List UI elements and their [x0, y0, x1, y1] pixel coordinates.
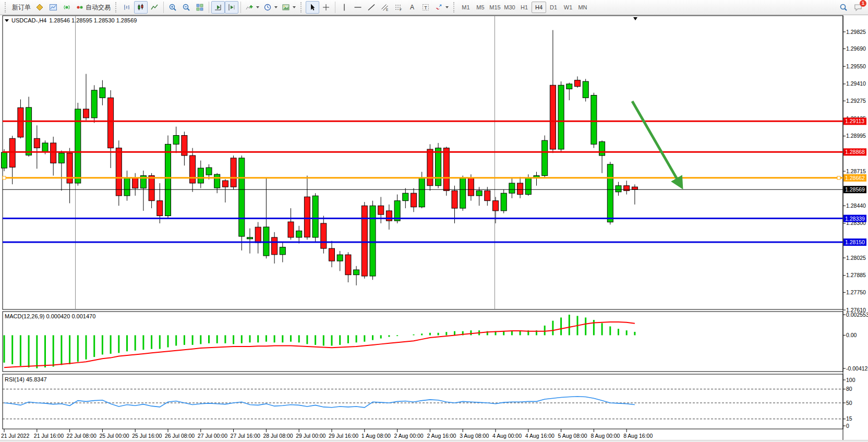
timeframe-button-d1[interactable]: D1 [546, 2, 561, 13]
timeframe-button-m30[interactable]: M30 [502, 2, 517, 13]
main-chart-pane[interactable] [3, 16, 843, 309]
dropdown-caret-icon[interactable] [256, 6, 259, 8]
line-handle[interactable] [3, 176, 6, 180]
text-button[interactable]: A [405, 1, 419, 14]
toolbar-grip [300, 2, 303, 13]
svg-text:1.29410: 1.29410 [846, 80, 866, 87]
bear-candle [132, 178, 138, 188]
timeframe-button-m1[interactable]: M1 [459, 2, 473, 13]
chat-button[interactable]: 1 [853, 3, 863, 12]
symbols-icon [35, 3, 44, 11]
svg-text:1.28440: 1.28440 [846, 202, 866, 209]
toolbar-grip [5, 2, 7, 13]
svg-text:2 Aug 16:00: 2 Aug 16:00 [427, 433, 456, 439]
bear-candle [386, 211, 392, 221]
bull-candle [591, 95, 597, 145]
tile-windows-button[interactable] [193, 1, 207, 14]
new-order-button[interactable]: 新订单 [10, 1, 33, 14]
svg-text:1.27885: 1.27885 [846, 272, 866, 278]
svg-text:28 Jul 08:00: 28 Jul 08:00 [263, 433, 293, 439]
line-chart-button[interactable] [148, 1, 161, 14]
vertical-line-button[interactable] [337, 1, 351, 14]
timeframe-button-w1[interactable]: W1 [561, 2, 575, 13]
timeframe-button-m5[interactable]: M5 [473, 2, 488, 13]
chart-window-icon-button[interactable] [46, 1, 60, 14]
bull-candle [476, 190, 482, 196]
svg-text:29 Jul 16:00: 29 Jul 16:00 [329, 433, 358, 439]
trendline-icon [367, 3, 376, 11]
bull-candle [616, 186, 621, 192]
bear-candle [116, 148, 122, 196]
cursor-button[interactable] [306, 1, 319, 14]
dropdown-caret-icon[interactable] [293, 6, 296, 8]
svg-text:1.29113: 1.29113 [845, 118, 864, 124]
timeframe-button-h4[interactable]: H4 [532, 2, 546, 13]
symbols-icon-button[interactable] [33, 1, 46, 14]
dropdown-caret-icon[interactable] [445, 6, 449, 8]
svg-text:0.00: 0.00 [846, 332, 857, 338]
horizontal-line-button[interactable] [351, 1, 365, 14]
price-axis: 1.298251.296901.295501.294101.292751.291… [843, 29, 866, 313]
arrows-button[interactable] [432, 1, 451, 14]
toolbar-separator [163, 2, 164, 13]
svg-text:4 Aug 16:00: 4 Aug 16:00 [525, 433, 554, 439]
fibonacci-button[interactable]: F [392, 1, 405, 14]
timeframe-button-h1[interactable]: H1 [517, 2, 532, 13]
bottom-edge-strip [0, 440, 868, 442]
sound-icon-button[interactable] [60, 1, 74, 14]
text-label-button[interactable]: T [419, 1, 432, 14]
candlestick-chart-button[interactable] [134, 1, 148, 14]
svg-text:8 Aug 00:00: 8 Aug 00:00 [590, 433, 620, 439]
svg-text:29 Jul 00:00: 29 Jul 00:00 [296, 433, 326, 439]
chart-canvas[interactable]: 1.298251.296901.295501.294101.292751.291… [0, 0, 868, 442]
svg-text:F: F [400, 8, 402, 11]
bull-candle [124, 178, 130, 196]
zoom-out-button[interactable] [179, 1, 193, 14]
bull-candle [206, 168, 212, 175]
dropdown-caret-icon[interactable] [274, 6, 278, 8]
timeframe-button-m15[interactable]: M15 [488, 2, 502, 13]
toolbar-grip [115, 2, 118, 13]
bear-candle [34, 138, 40, 148]
rsi-pane[interactable] [3, 374, 843, 429]
crosshair-button[interactable] [319, 1, 333, 14]
svg-text:E: E [386, 8, 389, 11]
timeframe-button-mn[interactable]: MN [575, 2, 590, 13]
templates-button[interactable] [280, 1, 298, 14]
bear-candle [222, 181, 228, 187]
bull-candle [26, 107, 32, 155]
channel-button[interactable]: E [378, 1, 392, 14]
auto-scroll-button[interactable] [211, 1, 225, 14]
svg-text:1.28662: 1.28662 [845, 175, 865, 181]
bull-candle [509, 183, 515, 193]
indicators-icon [245, 3, 254, 11]
chart-shift-button[interactable] [225, 1, 238, 14]
zoom-in-icon [168, 3, 177, 11]
bear-candle [361, 206, 367, 276]
bear-candle [345, 255, 351, 275]
indicators-button[interactable] [243, 1, 261, 14]
bear-candle [411, 193, 417, 207]
trendline-button[interactable] [365, 1, 378, 14]
search-button[interactable] [837, 1, 850, 14]
bear-candle [272, 237, 278, 255]
periods-button[interactable] [261, 1, 280, 14]
search-icon [839, 3, 848, 11]
bear-candle [304, 197, 310, 237]
svg-text:A: A [410, 4, 414, 11]
svg-text:26 Jul 08:00: 26 Jul 08:00 [165, 433, 195, 439]
bear-candle [443, 148, 449, 191]
zoom-in-button[interactable] [166, 1, 179, 14]
chart-shift-icon [227, 3, 236, 11]
bear-candle [427, 149, 433, 186]
macd-pane[interactable] [3, 312, 843, 372]
bull-candle [214, 174, 220, 188]
bull-candle [42, 143, 48, 152]
line-handle[interactable] [837, 176, 840, 180]
svg-text:21 Jul 16:00: 21 Jul 16:00 [34, 433, 64, 439]
symbol-dropdown-icon[interactable] [5, 19, 9, 22]
bull-candle [58, 153, 64, 163]
autotrading-button[interactable]: 自动交易 [74, 1, 113, 14]
bar-chart-button[interactable] [120, 1, 134, 14]
clock-icon [263, 3, 272, 11]
